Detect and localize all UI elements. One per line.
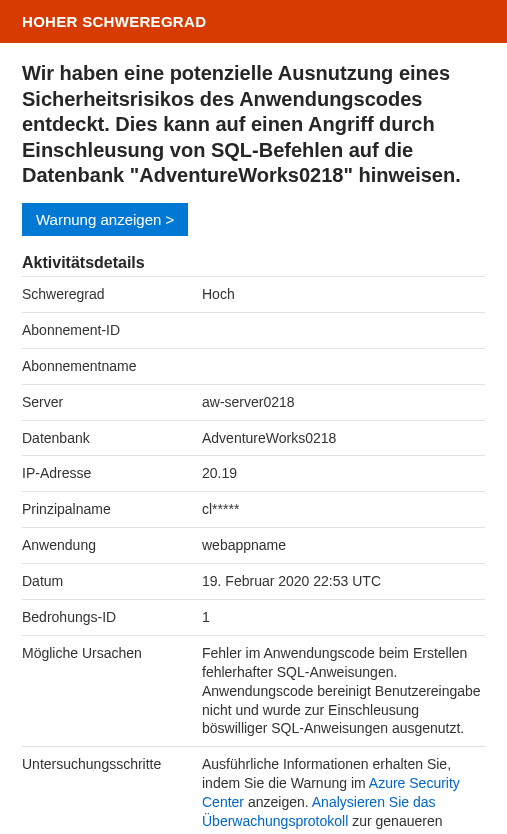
value-database: AdventureWorks0218 [202, 420, 485, 456]
value-application: webappname [202, 528, 485, 564]
content-area: Wir haben eine potenzielle Ausnutzung ei… [0, 43, 507, 834]
value-ip: 20.19 [202, 456, 485, 492]
value-server: aw-server0218 [202, 384, 485, 420]
value-severity: Hoch [202, 276, 485, 312]
value-subscription-id [202, 312, 485, 348]
label-subscription-name: Abonnementname [22, 348, 202, 384]
row-ip: IP-Adresse 20.19 [22, 456, 485, 492]
value-date: 19. Februar 2020 22:53 UTC [202, 564, 485, 600]
label-principal: Prinzipalname [22, 492, 202, 528]
label-server: Server [22, 384, 202, 420]
label-threat-id: Bedrohungs-ID [22, 599, 202, 635]
value-causes: Fehler im Anwendungscode beim Erstellen … [202, 635, 485, 746]
row-subscription-id: Abonnement-ID [22, 312, 485, 348]
value-threat-id: 1 [202, 599, 485, 635]
label-investigate: Untersuchungsschritte [22, 747, 202, 834]
label-ip: IP-Adresse [22, 456, 202, 492]
row-subscription-name: Abonnementname [22, 348, 485, 384]
row-investigate: Untersuchungsschritte Ausführliche Infor… [22, 747, 485, 834]
label-severity: Schweregrad [22, 276, 202, 312]
row-application: Anwendung webappname [22, 528, 485, 564]
investigate-text-mid: anzeigen. [244, 794, 312, 810]
severity-banner: HOHER SCHWEREGRAD [0, 0, 507, 43]
label-application: Anwendung [22, 528, 202, 564]
row-causes: Mögliche Ursachen Fehler im Anwendungsco… [22, 635, 485, 746]
row-date: Datum 19. Februar 2020 22:53 UTC [22, 564, 485, 600]
label-date: Datum [22, 564, 202, 600]
details-table: Schweregrad Hoch Abonnement-ID Abonnemen… [22, 276, 485, 834]
label-causes: Mögliche Ursachen [22, 635, 202, 746]
row-principal: Prinzipalname cl***** [22, 492, 485, 528]
activity-details-heading: Aktivitätsdetails [22, 254, 485, 272]
row-server: Server aw-server0218 [22, 384, 485, 420]
alert-title: Wir haben eine potenzielle Ausnutzung ei… [22, 61, 485, 189]
row-threat-id: Bedrohungs-ID 1 [22, 599, 485, 635]
value-investigate: Ausführliche Informationen erhalten Sie,… [202, 747, 485, 834]
label-subscription-id: Abonnement-ID [22, 312, 202, 348]
row-database: Datenbank AdventureWorks0218 [22, 420, 485, 456]
label-database: Datenbank [22, 420, 202, 456]
row-severity: Schweregrad Hoch [22, 276, 485, 312]
show-warning-button[interactable]: Warnung anzeigen > [22, 203, 188, 236]
value-principal: cl***** [202, 492, 485, 528]
value-subscription-name [202, 348, 485, 384]
